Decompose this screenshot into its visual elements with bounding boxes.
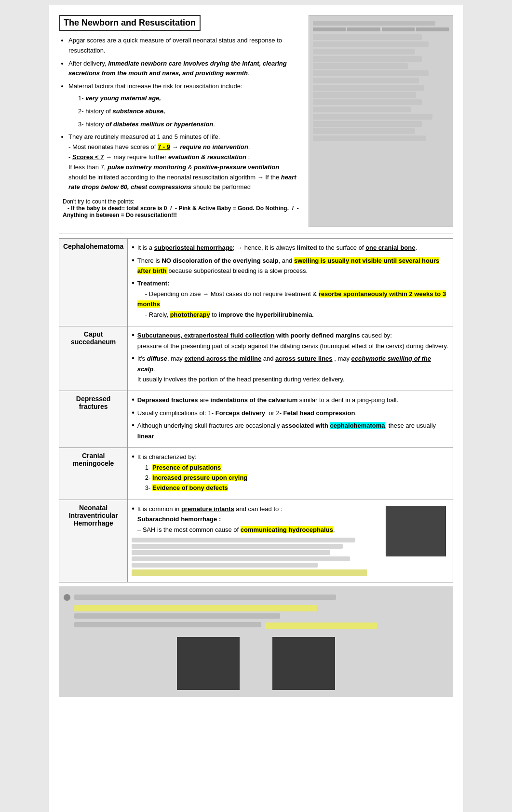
factor-2: 2- history of substance abuse, [78, 107, 304, 117]
bullet-dot-cr1: • [132, 452, 135, 462]
cephalohematoma-label: Cephalohematoma [59, 239, 128, 326]
if-less7: If less than 7, pulse oximetry monitorin… [68, 163, 279, 171]
caput-details: • Subcutaneous, extraperiosteal fluid co… [128, 326, 453, 391]
row-cranial: Cranialmeningocele • It is characterized… [59, 448, 453, 500]
dont-try-box: Don't try to count the points: - If the … [59, 196, 304, 220]
bullet-4: They are routinely measured at 1 and 5 m… [68, 132, 304, 192]
row-depressed: Depressedfractures • Depressed fractures… [59, 391, 453, 448]
bottom-image-2 [272, 637, 335, 690]
bottom-bullet [64, 594, 70, 601]
cephalohematoma-details: • It is a subperiosteal hemorrhage; → he… [128, 239, 453, 326]
niv-right-image [384, 504, 449, 578]
bottom-top-line [64, 591, 448, 603]
niv-left: • It is common in premature infants and … [132, 504, 380, 578]
ceph-text-1: It is a subperiosteal hemorrhage; → henc… [137, 243, 449, 253]
row-caput: Caput succedaneum • Subcutaneous, extrap… [59, 326, 453, 391]
bullet-dot-c2: • [132, 353, 135, 364]
bottom-yellow-highlight [74, 605, 448, 611]
ceph-point-3: • Treatment: - Depending on zise → Most … [132, 278, 449, 320]
ceph-text-3: Treatment: - Depending on zise → Most ca… [137, 278, 449, 320]
cranial-text-1: It is characterized by: 1- Presence of p… [137, 452, 449, 493]
bottom-blurred-content [74, 593, 448, 601]
condition-table: Cephalohematoma • It is a subperiosteal … [59, 238, 453, 582]
header-section: The Newborn and Resuscitation Apgar scor… [59, 15, 453, 227]
bottom-image-1 [177, 637, 240, 690]
caput-point-2: • It's diffuse, may extend across the mi… [132, 353, 449, 384]
summary-text: - If the baby is dead= total score is 0 … [63, 205, 299, 218]
dep-point-1: • Depressed fractures are indentations o… [132, 395, 449, 405]
bottom-section [59, 586, 453, 697]
bullet-dot-n1: • [132, 504, 135, 514]
scores-less7: - Scores < 7 → may require further evalu… [68, 153, 250, 161]
cranial-label: Cranialmeningocele [59, 448, 128, 500]
bullet-1-text: Apgar scores are a quick measure of over… [68, 37, 282, 54]
ceph-text-2: There is NO discoloration of the overlyi… [137, 256, 449, 276]
row-niv: NeonatalIntraventricularHemorrhage • It … [59, 500, 453, 582]
caput-text-1: Subcutaneous, extraperiosteal fluid coll… [137, 330, 449, 351]
dep-text-2: Usually complications of: 1- Forceps del… [137, 408, 449, 418]
separator-line [59, 233, 453, 233]
bullet-dot-d3: • [132, 420, 135, 431]
bullet-dot-1: • [132, 243, 135, 253]
caput-text-2: It's diffuse, may extend across the midl… [137, 353, 449, 384]
bullet-dot-d2: • [132, 408, 135, 418]
factor-3: 3- history of diabetes mellitus or hyper… [78, 120, 304, 130]
maternal-factors: 1- very young maternal age, 2- history o… [68, 94, 304, 129]
dep-text-3: Although underlying skull fractures are … [137, 420, 449, 441]
dep-text-1: Depressed fractures are indentations of … [137, 395, 449, 405]
niv-blurred-lines [132, 538, 380, 576]
dep-point-2: • Usually complications of: 1- Forceps d… [132, 408, 449, 418]
bottom-blurred-2 [74, 613, 448, 619]
bullet-2: After delivery, immediate newborn care i… [68, 59, 304, 79]
depressed-details: • Depressed fractures are indentations o… [128, 391, 453, 448]
bullet-dot-2: • [132, 256, 135, 266]
niv-label: NeonatalIntraventricularHemorrhage [59, 500, 128, 582]
page: The Newborn and Resuscitation Apgar scor… [49, 5, 463, 812]
depressed-label: Depressedfractures [59, 391, 128, 448]
niv-yellow-bar [132, 569, 367, 576]
neonates-score: - Most neonates have scores of 7 - 9 → r… [68, 143, 250, 150]
bottom-blurred-3 [74, 621, 448, 630]
cranial-details: • It is characterized by: 1- Presence of… [128, 448, 453, 500]
bullet-3-text: Maternal factors that increase the risk … [68, 82, 243, 90]
bullet-dot-c1: • [132, 330, 135, 340]
bullet-3: Maternal factors that increase the risk … [68, 81, 304, 129]
cranial-point-1: • It is characterized by: 1- Presence of… [132, 452, 449, 493]
niv-section: • It is common in premature infants and … [132, 504, 449, 578]
ceph-point-1: • It is a subperiosteal hemorrhage; → he… [132, 243, 449, 253]
ceph-point-2: • There is NO discoloration of the overl… [132, 256, 449, 276]
niv-point-1: • It is common in premature infants and … [132, 504, 380, 535]
bullet-1: Apgar scores are a quick measure of over… [68, 36, 304, 56]
caput-label: Caput succedaneum [59, 326, 128, 391]
dont-try-text: Don't try to count the points: [63, 198, 135, 205]
bullet-2-text: After delivery, immediate newborn care i… [68, 60, 287, 77]
left-content: The Newborn and Resuscitation Apgar scor… [59, 15, 304, 227]
bullet-dot-d1: • [132, 395, 135, 405]
bullet-dot-3: • [132, 278, 135, 288]
bottom-images [64, 635, 448, 692]
niv-text-1: It is common in premature infants and ca… [137, 504, 380, 535]
niv-image-1 [386, 506, 446, 556]
measurement-text: They are routinely measured at 1 and 5 m… [68, 133, 220, 140]
dep-point-3: • Although underlying skull fractures ar… [132, 420, 449, 441]
algorithm-text: should be initiated according to the neo… [68, 174, 296, 191]
right-table-image [309, 15, 453, 227]
main-bullets: Apgar scores are a quick measure of over… [59, 36, 304, 192]
row-cephalohematoma: Cephalohematoma • It is a subperiosteal … [59, 239, 453, 326]
factor-1: 1- very young maternal age, [78, 94, 304, 104]
niv-details: • It is common in premature infants and … [128, 500, 453, 582]
caput-point-1: • Subcutaneous, extraperiosteal fluid co… [132, 330, 449, 351]
page-title: The Newborn and Resuscitation [59, 15, 201, 31]
